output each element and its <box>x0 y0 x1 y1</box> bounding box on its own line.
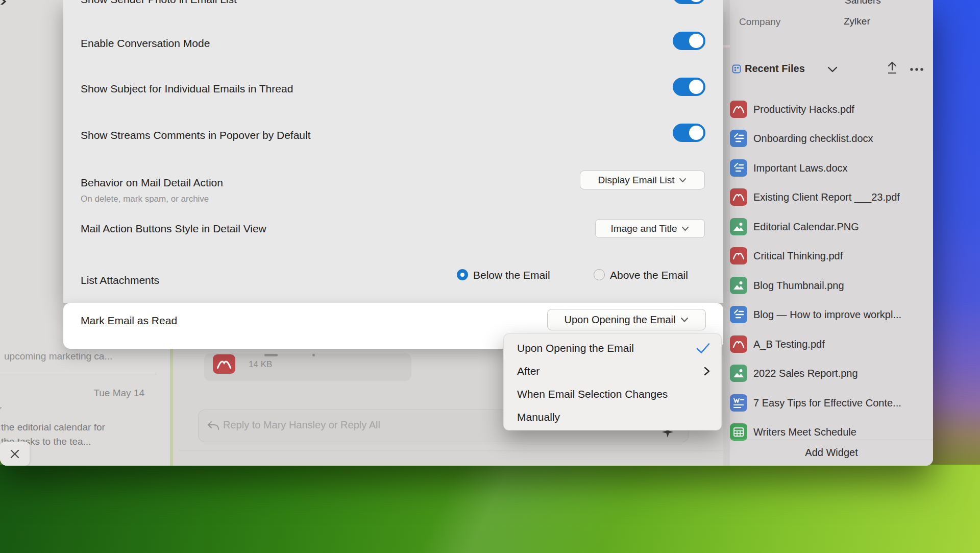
close-icon <box>10 449 20 459</box>
chevron-fragment-icon <box>0 0 7 5</box>
mark-read-dropdown[interactable]: Upon Opening the Email <box>547 309 706 330</box>
settings-panel: Show Sender Photo in Email List Enable C… <box>63 0 723 303</box>
dropdown-value: Display Email List <box>598 175 675 186</box>
screen: upcoming marketing ca... Tue May 14 ar t… <box>0 0 980 553</box>
pdf-file-icon <box>730 101 747 118</box>
dropdown-value: Image and Title <box>611 223 677 234</box>
setting-sublabel: On delete, mark spam, or archive <box>81 194 209 204</box>
image-file-icon <box>730 365 747 382</box>
setting-label: List Attachments <box>81 274 159 286</box>
menu-item-label: After <box>517 365 540 377</box>
file-name: Existing Client Report ___23.pdf <box>753 191 900 203</box>
dropdown-value: Upon Opening the Email <box>565 314 676 326</box>
attachment-size: 14 KB <box>249 359 272 370</box>
toggle-show-sender-photo[interactable] <box>673 0 705 4</box>
file-row[interactable]: Important Laws.docx <box>730 159 933 182</box>
toggle-knob <box>689 34 703 48</box>
file-name: Productivity Hacks.pdf <box>753 104 854 115</box>
menu-item-label: When Email Selection Changes <box>517 388 668 400</box>
email-date: Tue May 14 <box>0 387 144 399</box>
add-widget-divider <box>730 440 933 440</box>
chevron-down-icon <box>680 317 689 323</box>
add-widget-button[interactable]: Add Widget <box>730 447 933 459</box>
contact-field-label: Company <box>739 16 780 28</box>
menu-item-upon-opening[interactable]: Upon Opening the Email <box>504 336 721 359</box>
setting-label: Behavior on Mail Detail Action <box>81 176 223 189</box>
toggle-streams-comments[interactable] <box>673 124 705 142</box>
file-row[interactable]: A_B Testing.pdf <box>730 335 933 358</box>
toggle-knob <box>689 0 703 2</box>
doc-file-icon <box>730 159 747 177</box>
setting-label: Show Subject for Individual Emails in Th… <box>81 82 293 95</box>
setting-label: Mail Action Buttons Style in Detail View <box>81 222 266 235</box>
menu-item-manually[interactable]: Manually <box>504 405 721 428</box>
toggle-knob <box>689 126 703 140</box>
attachment-chip[interactable]: 14 KB <box>204 353 411 381</box>
upload-icon[interactable] <box>886 61 898 75</box>
widget-sidebar: Sanders Company Zylker Recent Files Prod… <box>730 0 933 466</box>
file-name: Writers Meet Schedule <box>753 426 856 438</box>
menu-item-label: Upon Opening the Email <box>517 342 634 354</box>
pdf-file-icon <box>730 335 747 353</box>
toggle-show-subject[interactable] <box>673 78 705 96</box>
file-name: 2022 Sales Report.png <box>753 368 858 379</box>
file-name: Blog Thumbnail.png <box>753 280 844 292</box>
radio-label[interactable]: Above the Email <box>610 269 688 281</box>
buttons-style-dropdown[interactable]: Image and Title <box>595 219 705 238</box>
setting-label: Show Streams Comments in Popover by Defa… <box>81 129 311 141</box>
contact-field-value: Zylker <box>844 16 870 27</box>
chevron-down-icon[interactable] <box>827 66 838 73</box>
recent-files-widget-icon <box>732 64 741 74</box>
clipped-filename-fragment <box>264 354 278 356</box>
email-snippet[interactable]: upcoming marketing ca... <box>4 350 112 362</box>
file-row[interactable]: Editorial Calendar.PNG <box>730 218 933 241</box>
file-name: 7 Easy Tips for Effective Conte... <box>753 397 901 409</box>
file-row[interactable]: Onboarding checklist.docx <box>730 130 933 152</box>
menu-item-after[interactable]: After <box>504 359 721 382</box>
file-row[interactable]: Critical Thinking.pdf <box>730 247 933 270</box>
clipped-filename-dot <box>312 354 315 356</box>
file-name: Important Laws.docx <box>753 162 848 174</box>
behavior-dropdown[interactable]: Display Email List <box>580 171 705 189</box>
reply-placeholder: Reply to Mary Hansley or Reply All <box>223 419 380 431</box>
radio-label[interactable]: Below the Email <box>473 269 550 281</box>
sheet-file-icon <box>730 423 747 441</box>
pdf-file-icon <box>730 188 747 206</box>
desktop-wallpaper-green <box>0 465 980 553</box>
file-row[interactable]: Productivity Hacks.pdf <box>730 101 933 123</box>
menu-item-selection-changes[interactable]: When Email Selection Changes <box>504 382 721 405</box>
toggle-knob <box>689 80 703 94</box>
radio-below-email[interactable] <box>457 269 468 280</box>
setting-label: Enable Conversation Mode <box>81 37 210 50</box>
setting-label-partial: Show Sender Photo in Email List <box>81 0 237 6</box>
toggle-conversation-mode[interactable] <box>673 32 705 50</box>
file-row[interactable]: Writers Meet Schedule <box>730 423 933 446</box>
file-row[interactable]: 7 Easy Tips for Effective Conte... <box>730 394 933 417</box>
file-name: A_B Testing.pdf <box>753 339 825 350</box>
file-name: Critical Thinking.pdf <box>753 250 843 262</box>
contact-value-partial: Sanders <box>845 0 881 6</box>
list-divider <box>0 374 157 374</box>
word-file-icon <box>730 394 747 412</box>
file-row[interactable]: 2022 Sales Report.png <box>730 365 933 387</box>
close-button[interactable] <box>0 442 30 466</box>
menu-item-label: Manually <box>517 411 560 423</box>
doc-file-icon <box>730 306 747 323</box>
radio-above-email[interactable] <box>594 269 605 280</box>
email-subject-fragment: ar <box>0 403 2 415</box>
image-file-icon <box>730 277 747 294</box>
file-row[interactable]: Existing Client Report ___23.pdf <box>730 188 933 211</box>
pdf-attachment-icon <box>213 354 235 374</box>
pdf-file-icon <box>730 247 747 265</box>
file-row[interactable]: Blog Thumbnail.png <box>730 277 933 299</box>
chevron-down-icon <box>679 178 687 183</box>
chevron-right-icon <box>704 367 710 376</box>
email-preview-line1: the editorial calendar for <box>1 421 105 433</box>
more-icon[interactable] <box>909 67 924 72</box>
file-row[interactable]: Blog — How to improve workpl... <box>730 306 933 328</box>
image-file-icon <box>730 218 747 235</box>
recent-files-title[interactable]: Recent Files <box>745 63 805 75</box>
chevron-down-icon <box>681 226 689 231</box>
reply-arrow-icon <box>207 420 220 431</box>
file-name: Onboarding checklist.docx <box>753 133 873 145</box>
